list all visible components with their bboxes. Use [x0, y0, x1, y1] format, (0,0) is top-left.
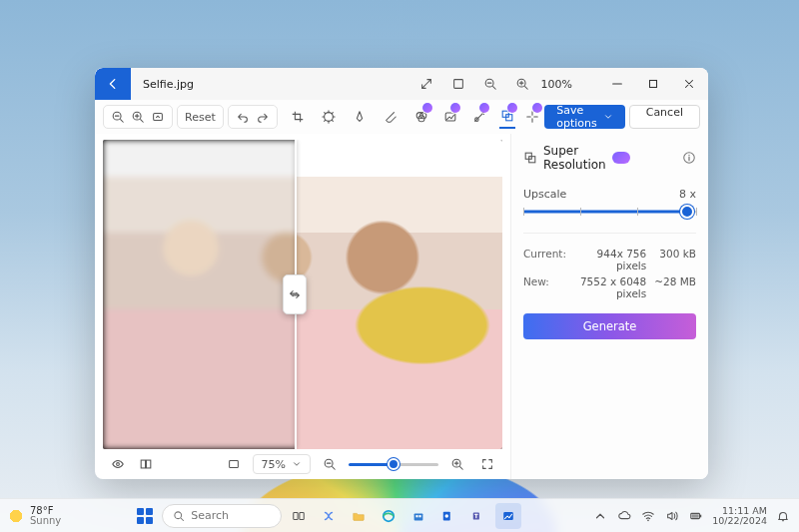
- window-minimize-button[interactable]: [602, 68, 632, 100]
- image-canvas[interactable]: [103, 140, 502, 449]
- tray-onedrive[interactable]: [616, 508, 632, 524]
- canvas-zoom-slider[interactable]: [349, 463, 438, 466]
- taskbar-photos[interactable]: [495, 503, 521, 529]
- tray-date: 10/22/2024: [712, 516, 767, 526]
- ai-badge-icon: [532, 103, 542, 113]
- new-label: New:: [523, 275, 567, 299]
- compare-toggle-button[interactable]: [135, 453, 157, 475]
- eye-icon: [111, 457, 125, 471]
- zoom-in-icon: [450, 457, 464, 471]
- panel-info-button[interactable]: [682, 151, 696, 165]
- slider-tick: [580, 208, 581, 216]
- svg-rect-29: [416, 515, 418, 517]
- svg-point-32: [445, 514, 449, 518]
- chevron-down-icon: [292, 459, 302, 469]
- more-ai-tool[interactable]: [523, 105, 540, 129]
- windows-logo-icon: [137, 508, 153, 524]
- fit-screen-button[interactable]: [223, 453, 245, 475]
- svg-point-24: [175, 511, 182, 518]
- adjust-icon: [322, 110, 336, 124]
- battery-icon: [689, 509, 703, 523]
- erase-tool[interactable]: [383, 105, 400, 129]
- fit-to-window-button[interactable]: [445, 72, 471, 96]
- chevron-up-icon: [593, 509, 607, 523]
- new-size: ~28 MB: [654, 275, 696, 299]
- generate-button[interactable]: Generate: [523, 313, 696, 339]
- upscale-slider[interactable]: [523, 205, 696, 219]
- compare-slider-handle[interactable]: [283, 274, 307, 314]
- crop-tool[interactable]: [290, 105, 307, 129]
- current-dimensions: 944x 756 pixels: [575, 248, 646, 271]
- view-percentage-dropdown[interactable]: 75%: [253, 454, 311, 474]
- zoom-in-button[interactable]: [131, 110, 145, 124]
- redo-button[interactable]: [256, 110, 270, 124]
- markup-tool[interactable]: [352, 105, 369, 129]
- svg-rect-0: [453, 80, 462, 89]
- tray-battery[interactable]: [688, 508, 704, 524]
- reset-label: Reset: [185, 111, 216, 124]
- chevron-down-icon: [603, 112, 613, 122]
- super-resolution-tool[interactable]: [499, 105, 516, 129]
- slider-track: [523, 211, 696, 214]
- start-button[interactable]: [132, 503, 158, 529]
- taskbar-store[interactable]: [405, 503, 431, 529]
- tray-notifications[interactable]: [775, 508, 791, 524]
- taskbar-explorer[interactable]: [346, 503, 372, 529]
- expand-diagonal-button[interactable]: [413, 72, 439, 96]
- svg-rect-30: [419, 515, 421, 517]
- tray-chevron-up[interactable]: [592, 508, 608, 524]
- redo-icon: [256, 110, 270, 124]
- taskbar-copilot[interactable]: [316, 503, 342, 529]
- taskbar-weather[interactable]: 78°F Sunny: [8, 506, 61, 526]
- adjust-tool[interactable]: [321, 105, 338, 129]
- zoom-chip-group: [103, 105, 173, 129]
- svg-rect-37: [700, 514, 701, 517]
- window-close-button[interactable]: [674, 68, 704, 100]
- canvas-area: 75%: [95, 134, 510, 479]
- bell-icon: [776, 509, 790, 523]
- reset-button[interactable]: Reset: [177, 105, 224, 129]
- zoom-out-button[interactable]: [111, 110, 125, 124]
- weather-condition: Sunny: [30, 516, 61, 526]
- svg-rect-6: [154, 114, 163, 121]
- slider-thumb[interactable]: [388, 458, 400, 470]
- panel-divider: [523, 233, 696, 234]
- super-resolution-icon: [523, 151, 537, 165]
- aspect-button[interactable]: [151, 110, 165, 124]
- background-tool[interactable]: [442, 105, 459, 129]
- compare-arrows-icon: [288, 287, 302, 301]
- svg-rect-16: [141, 460, 145, 468]
- taskbar-edge[interactable]: [376, 503, 401, 529]
- taskbar-search[interactable]: Search: [162, 504, 282, 528]
- expand-diagonal-icon: [419, 77, 433, 91]
- fullscreen-button[interactable]: [476, 453, 498, 475]
- undo-icon: [236, 110, 250, 124]
- filters-tool[interactable]: [413, 105, 430, 129]
- save-options-button[interactable]: Save options: [544, 105, 625, 129]
- zoom-in-titlebar-button[interactable]: [509, 72, 535, 96]
- canvas-zoom-out-button[interactable]: [319, 453, 341, 475]
- tray-volume[interactable]: [664, 508, 680, 524]
- window-maximize-button[interactable]: [638, 68, 668, 100]
- canvas-zoom-in-button[interactable]: [446, 453, 468, 475]
- back-button[interactable]: [95, 68, 131, 100]
- cancel-button[interactable]: Cancel: [629, 105, 700, 129]
- retouch-tool[interactable]: [470, 105, 487, 129]
- svg-point-35: [647, 519, 649, 521]
- editor-content: 75% Super Resolut: [95, 134, 708, 479]
- current-size: 300 kB: [654, 248, 696, 271]
- zoom-out-titlebar-button[interactable]: [477, 72, 503, 96]
- volume-icon: [665, 509, 679, 523]
- slider-thumb[interactable]: [680, 205, 694, 219]
- undo-button[interactable]: [236, 110, 250, 124]
- tray-clock[interactable]: 11:11 AM 10/22/2024: [712, 506, 767, 525]
- new-dimensions: 7552 x 6048 pixels: [575, 275, 646, 299]
- task-view-icon: [292, 509, 306, 523]
- titlebar: Selfie.jpg 100%: [95, 68, 708, 100]
- tray-wifi[interactable]: [640, 508, 656, 524]
- taskbar-outlook[interactable]: [435, 503, 461, 529]
- taskbar-teams[interactable]: [465, 503, 491, 529]
- taskbar-task-view[interactable]: [286, 503, 312, 529]
- save-options-label: Save options: [556, 104, 597, 130]
- preview-toggle-button[interactable]: [107, 453, 129, 475]
